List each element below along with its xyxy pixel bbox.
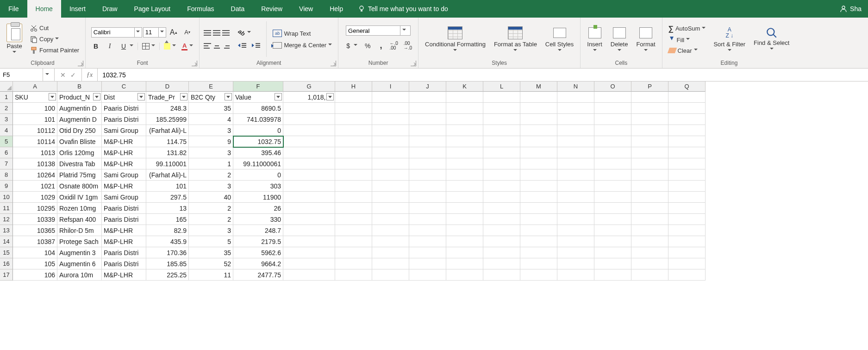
data-cell[interactable]: 741.039978 <box>233 114 283 125</box>
fill-color-button[interactable] <box>162 42 178 51</box>
decrease-decimal-button[interactable]: .00→.0 <box>401 40 414 52</box>
data-cell[interactable] <box>520 158 557 169</box>
align-right-button[interactable] <box>222 43 230 49</box>
data-cell[interactable] <box>631 258 668 269</box>
data-cell[interactable] <box>372 203 409 214</box>
row-header[interactable]: 1 <box>0 92 13 103</box>
filter-dropdown-button[interactable] <box>225 93 232 100</box>
percent-format-button[interactable]: % <box>361 40 375 52</box>
align-top-button[interactable] <box>203 30 212 36</box>
data-cell[interactable] <box>483 214 520 225</box>
data-cell[interactable]: 10112 <box>13 125 57 136</box>
decrease-font-button[interactable]: A▾ <box>181 27 194 38</box>
data-cell[interactable] <box>446 136 483 147</box>
data-cell[interactable] <box>483 103 520 114</box>
data-cell[interactable] <box>668 247 706 258</box>
data-cell[interactable] <box>557 236 594 247</box>
data-cell[interactable] <box>483 181 520 192</box>
data-cell[interactable]: 303 <box>233 181 283 192</box>
data-cell[interactable]: Paaris Distri <box>102 103 146 114</box>
tell-me-search[interactable]: Tell me what you want to do <box>351 0 455 18</box>
data-cell[interactable]: 10295 <box>13 203 57 214</box>
filter-dropdown-button[interactable] <box>180 93 187 100</box>
data-cell[interactable] <box>446 225 483 236</box>
data-cell[interactable] <box>483 114 520 125</box>
data-cell[interactable] <box>335 225 372 236</box>
data-cell[interactable]: 248.3 <box>146 103 189 114</box>
data-cell[interactable] <box>335 258 372 269</box>
data-cell[interactable] <box>520 214 557 225</box>
data-cell[interactable]: Paaris Distri <box>102 258 146 269</box>
data-cell[interactable] <box>372 136 409 147</box>
data-cell[interactable] <box>594 103 631 114</box>
data-cell[interactable] <box>631 147 668 158</box>
data-cell[interactable]: 40 <box>189 192 233 203</box>
data-cell[interactable]: 3 <box>189 225 233 236</box>
header-cell[interactable]: B2C Qty <box>189 92 233 103</box>
chevron-down-icon[interactable] <box>134 28 142 37</box>
data-cell[interactable] <box>594 236 631 247</box>
data-cell[interactable] <box>631 269 668 281</box>
align-bottom-button[interactable] <box>222 30 230 36</box>
header-cell[interactable] <box>446 92 483 103</box>
data-cell[interactable] <box>594 147 631 158</box>
header-cell[interactable] <box>483 92 520 103</box>
data-cell[interactable] <box>283 158 335 169</box>
data-cell[interactable]: 2 <box>189 214 233 225</box>
data-cell[interactable] <box>668 125 706 136</box>
data-cell[interactable] <box>668 225 706 236</box>
font-color-button[interactable]: A <box>179 41 195 52</box>
fill-button[interactable]: Fill <box>666 35 708 45</box>
font-dialog-launcher[interactable] <box>192 61 197 66</box>
data-cell[interactable]: 1029 <box>13 192 57 203</box>
data-cell[interactable] <box>557 258 594 269</box>
accounting-format-button[interactable]: $ <box>342 40 360 52</box>
data-cell[interactable]: 2 <box>189 169 233 181</box>
data-cell[interactable] <box>520 236 557 247</box>
column-header[interactable]: P <box>631 81 668 92</box>
copy-button[interactable]: Copy <box>28 34 81 44</box>
row-header[interactable]: 2 <box>0 103 13 114</box>
data-cell[interactable] <box>372 181 409 192</box>
data-cell[interactable] <box>483 269 520 281</box>
data-cell[interactable]: Augmentin D <box>57 114 102 125</box>
column-header[interactable]: G <box>283 81 335 92</box>
data-cell[interactable] <box>335 169 372 181</box>
data-cell[interactable] <box>594 181 631 192</box>
paste-button[interactable]: Paste <box>4 23 25 55</box>
data-cell[interactable] <box>409 203 446 214</box>
data-cell[interactable]: M&P-LHR <box>102 136 146 147</box>
data-cell[interactable] <box>631 125 668 136</box>
column-header[interactable]: O <box>594 81 631 92</box>
data-cell[interactable] <box>372 114 409 125</box>
data-cell[interactable]: 11900 <box>233 192 283 203</box>
data-cell[interactable]: 5962.6 <box>233 247 283 258</box>
data-cell[interactable]: (Farhat Ali)-L <box>146 169 189 181</box>
data-cell[interactable]: M&P-LHR <box>102 181 146 192</box>
data-cell[interactable] <box>520 181 557 192</box>
filter-dropdown-button[interactable] <box>326 93 334 100</box>
data-cell[interactable] <box>594 258 631 269</box>
data-cell[interactable] <box>594 269 631 281</box>
data-cell[interactable]: 297.5 <box>146 192 189 203</box>
data-cell[interactable]: Sami Group <box>102 169 146 181</box>
data-cell[interactable] <box>557 125 594 136</box>
data-cell[interactable] <box>483 136 520 147</box>
header-cell[interactable]: Product_N <box>57 92 102 103</box>
row-header[interactable]: 9 <box>0 181 13 192</box>
data-cell[interactable] <box>520 192 557 203</box>
data-cell[interactable]: 10114 <box>13 136 57 147</box>
clipboard-dialog-launcher[interactable] <box>78 61 83 66</box>
data-cell[interactable] <box>594 203 631 214</box>
column-header[interactable]: M <box>520 81 557 92</box>
data-cell[interactable] <box>520 203 557 214</box>
data-cell[interactable] <box>557 169 594 181</box>
sort-filter-button[interactable]: AZ ↓ Sort & Filter <box>711 25 748 53</box>
data-cell[interactable] <box>283 125 335 136</box>
header-cell[interactable] <box>372 92 409 103</box>
data-cell[interactable]: 1021 <box>13 181 57 192</box>
data-cell[interactable]: 131.82 <box>146 147 189 158</box>
font-name-input[interactable] <box>92 28 134 37</box>
data-cell[interactable]: 1032.75 <box>233 136 283 147</box>
data-cell[interactable] <box>372 258 409 269</box>
